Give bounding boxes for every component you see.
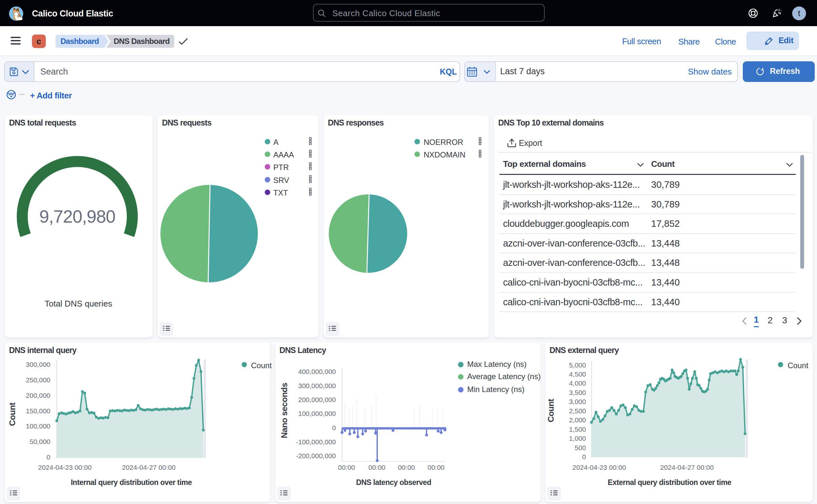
svg-text:9,720,980: 9,720,980 [39,207,116,227]
svg-text:Dashboard: Dashboard [60,37,99,45]
svg-text:DNS Dashboard: DNS Dashboard [114,37,170,45]
svg-text:Total DNS queries: Total DNS queries [45,299,112,308]
